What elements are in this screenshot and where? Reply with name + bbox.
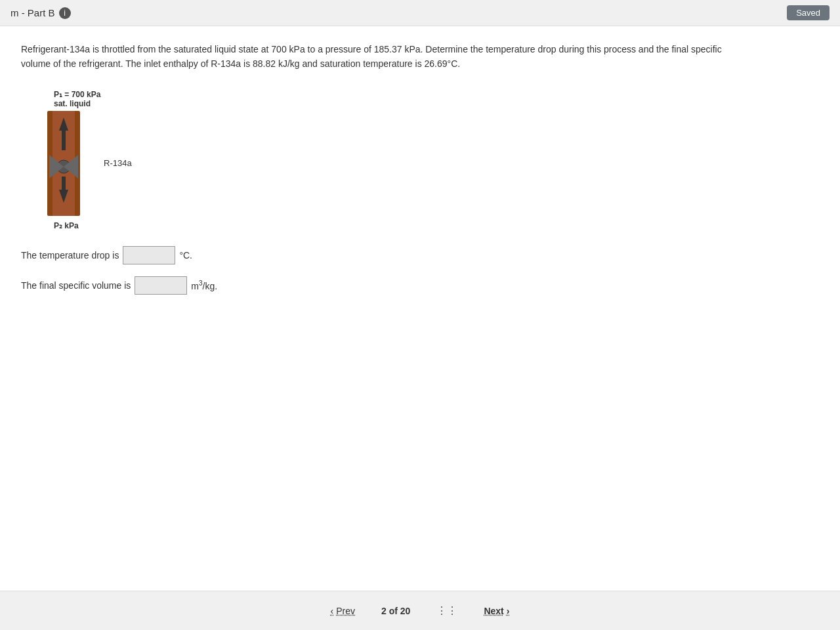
temp-drop-unit: °C. — [179, 250, 192, 261]
volume-unit: m3/kg. — [191, 280, 217, 291]
temp-drop-label: The temperature drop is — [21, 250, 119, 261]
header-title: m - Part B i — [10, 7, 71, 19]
diagram-container: P₁ = 700 kPa sat. liquid — [34, 90, 819, 230]
header-bar: m - Part B i Saved — [0, 0, 840, 26]
volume-input[interactable] — [135, 276, 187, 295]
svg-rect-3 — [62, 131, 66, 150]
volume-row: The final specific volume is m3/kg. — [21, 276, 819, 295]
title-text: m - Part B — [10, 7, 55, 18]
input-section: The temperature drop is °C. The final sp… — [21, 246, 819, 295]
diagram-label-top: P₁ = 700 kPa sat. liquid — [54, 90, 100, 108]
grid-icon[interactable]: ⋮⋮ — [436, 604, 457, 617]
footer-nav: ‹ Prev 2 of 20 ⋮⋮ Next › — [0, 591, 840, 630]
next-button[interactable]: Next › — [484, 606, 509, 616]
prev-chevron-icon: ‹ — [331, 606, 334, 616]
content-area: Refrigerant-134a is throttled from the s… — [0, 26, 840, 591]
main-container: m - Part B i Saved Refrigerant-134a is t… — [0, 0, 840, 630]
diagram-label-bottom: P₂ kPa — [54, 221, 79, 230]
temp-drop-input[interactable] — [123, 246, 175, 264]
temperature-drop-row: The temperature drop is °C. — [21, 246, 819, 264]
problem-text: Refrigerant-134a is throttled from the s… — [21, 42, 743, 72]
info-icon[interactable]: i — [59, 7, 71, 19]
next-chevron-icon: › — [507, 606, 510, 616]
saved-badge: Saved — [787, 5, 830, 20]
throttle-diagram-svg — [34, 111, 93, 216]
prev-button[interactable]: ‹ Prev — [331, 606, 355, 616]
diagram-label-left: R-134a — [104, 158, 132, 168]
diagram-wrapper: R-134a — [34, 111, 132, 216]
volume-label: The final specific volume is — [21, 280, 131, 291]
page-info: 2 of 20 — [381, 606, 410, 616]
